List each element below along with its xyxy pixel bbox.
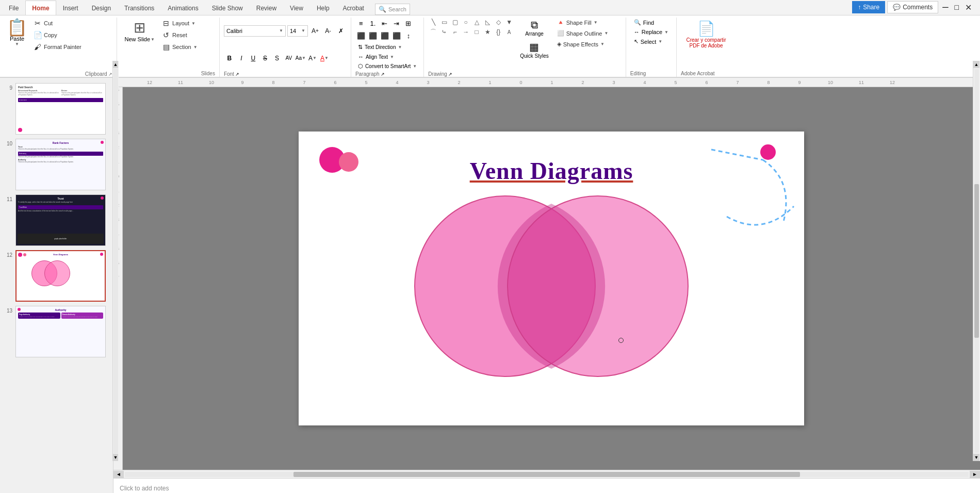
section-arrow[interactable]: ▼ [193,45,198,50]
comments-button[interactable]: 💬 Comments [887,1,938,13]
reset-button[interactable]: ↺ Reset [159,29,200,41]
font-name-arrow[interactable]: ▼ [279,28,283,33]
numbered-list-button[interactable]: 1. [367,18,379,29]
shape-arrow[interactable]: → [461,27,471,37]
tab-home[interactable]: Home [25,1,56,15]
minimize-button[interactable]: ─ [940,3,950,12]
tab-review[interactable]: Review [250,1,283,15]
highlight-color-button[interactable]: A ▼ [307,53,318,64]
arrange-button[interactable]: ⧉ Arrange [516,18,552,38]
justify-button[interactable]: ⬛ [391,30,402,41]
bold-button[interactable]: B [224,53,235,64]
copy-button[interactable]: 📄 Copy [31,29,84,41]
shape-a[interactable]: A [504,27,514,37]
horizontal-scrollbar[interactable]: ◄ ► [113,470,980,478]
select-button[interactable]: ↖ Select ▼ [630,37,666,46]
tab-help[interactable]: Help [310,1,336,15]
align-text-arrow[interactable]: ▼ [390,55,394,59]
shape-bracket[interactable]: {} [493,27,503,37]
quick-styles-button[interactable]: ▦ Quick Styles [516,39,552,60]
shape-elbow[interactable]: ⌐ [450,27,460,37]
tab-animations[interactable]: Animations [161,1,205,15]
smartart-arrow[interactable]: ▼ [413,64,417,69]
maximize-button[interactable]: □ [953,3,961,11]
columns-button[interactable]: ⊞ [403,18,414,29]
shape-rect[interactable]: ▭ [439,18,449,27]
shape-fill-arrow[interactable]: ▼ [594,20,598,25]
shape-outline-button[interactable]: ⬜ Shape Outline ▼ [554,28,622,38]
search-box[interactable]: 🔍 Search [375,4,410,15]
shape-right-triangle[interactable]: ◺ [482,18,493,27]
notes-area[interactable]: Click to add notes [113,478,980,493]
tab-transitions[interactable]: Transitions [118,1,161,15]
convert-smartart-button[interactable]: ⬡ Convert to SmartArt ▼ [355,61,419,71]
shape-rounded-rect[interactable]: ▢ [450,18,460,27]
align-text-button[interactable]: ↔ Align Text ▼ [355,52,397,61]
paragraph-expand-icon[interactable]: ↗ [381,72,385,77]
shape-triangle[interactable]: △ [471,18,482,27]
replace-arrow[interactable]: ▼ [664,30,668,35]
font-size-arrow[interactable]: ▼ [301,28,305,33]
line-spacing-button[interactable]: ↕ [403,30,414,41]
layout-arrow[interactable]: ▼ [191,21,195,26]
adobe-create-button[interactable]: 📄 Crear y compartir PDF de Adobe [681,18,731,51]
paste-button[interactable]: 📋 Paste ▼ [4,18,30,48]
text-direction-button[interactable]: ⇅ Text Direction ▼ [355,42,405,52]
font-name-selector[interactable]: Calibri ▼ [224,25,286,37]
font-color-button[interactable]: A ▼ [319,53,330,64]
char-spacing-button[interactable]: AV [283,53,295,64]
decrease-font-button[interactable]: A- [322,25,334,37]
tab-file[interactable]: File [2,1,25,15]
increase-font-button[interactable]: A+ [309,25,321,37]
text-dir-arrow[interactable]: ▼ [398,45,402,50]
align-right-button[interactable]: ⬛ [379,30,390,41]
tab-acrobat[interactable]: Acrobat [336,1,371,15]
shape-star[interactable]: ★ [482,27,493,37]
share-button[interactable]: ↑ Share [852,1,885,13]
shape-line[interactable]: ╲ [428,18,438,27]
slide-thumbnail-11[interactable]: 11 Trust To satisfy this page, until or … [2,193,111,247]
shape-connector[interactable]: ⤷ [439,27,449,37]
shape-diamond[interactable]: ◇ [493,18,503,27]
tab-view[interactable]: View [283,1,310,15]
font-expand-icon[interactable]: ↗ [235,72,239,77]
align-left-button[interactable]: ⬛ [355,30,367,41]
tab-design[interactable]: Design [85,1,118,15]
align-center-button[interactable]: ⬛ [367,30,379,41]
replace-button[interactable]: ↔ Replace ▼ [630,27,672,37]
find-button[interactable]: 🔍 Find [630,18,658,27]
slide-thumbnail-9[interactable]: 9 Paid Search Educational Keywords Theme… [2,82,111,136]
tab-slideshow[interactable]: Slide Show [205,1,250,15]
bullets-button[interactable]: ≡ [355,18,367,29]
slide-thumbnail-10[interactable]: 10 Rank Factors Trust Theme is the princ… [2,138,111,191]
layout-button[interactable]: ⊟ Layout ▼ [159,18,200,29]
shape-effects-button[interactable]: ◈ Shape Effects ▼ [554,39,622,49]
strikethrough-button[interactable]: S [259,53,271,64]
shape-effects-arrow[interactable]: ▼ [600,42,605,46]
drawing-expand-icon[interactable]: ↗ [448,72,452,77]
slide-thumbnail-12[interactable]: 12 Venn Diagrams [2,249,111,303]
shape-more[interactable]: ▼ [504,18,514,27]
shape-callout[interactable]: □ [471,27,482,37]
slide-canvas[interactable]: Venn Diagrams [299,132,804,425]
vertical-scrollbar[interactable]: ▲ ▼ [973,61,980,461]
close-button[interactable]: ✕ [963,3,974,12]
font-size-selector[interactable]: 14 ▼ [287,25,308,37]
shape-fill-button[interactable]: 🔺 Shape Fill ▼ [554,18,622,27]
paste-dropdown-arrow[interactable]: ▼ [15,42,19,46]
new-slide-dropdown[interactable]: ▼ [151,37,155,42]
format-painter-button[interactable]: 🖌 Format Painter [31,41,84,53]
shape-arc[interactable]: ⌒ [428,27,438,37]
tab-insert[interactable]: Insert [56,1,85,15]
font-size-dropdown2[interactable]: Aa▼ [295,53,306,64]
section-button[interactable]: ▤ Section ▼ [159,41,200,53]
panel-vertical-scrollbar[interactable]: ▲ ▼ [112,61,119,461]
shadow-button[interactable]: S [271,53,283,64]
underline-button[interactable]: U [248,53,259,64]
slide-canvas-wrapper[interactable]: Venn Diagrams [123,87,980,470]
clear-format-button[interactable]: ✗ [335,25,347,37]
new-slide-button[interactable]: ⊞ New Slide ▼ [121,18,158,44]
shape-oval[interactable]: ○ [461,18,471,27]
select-arrow[interactable]: ▼ [658,39,662,44]
increase-indent-button[interactable]: ⇥ [391,18,402,29]
